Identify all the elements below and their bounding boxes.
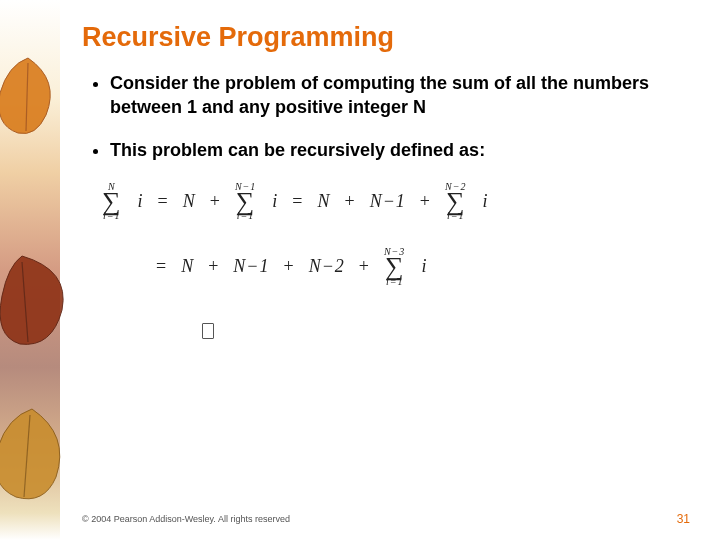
math-var: i (138, 191, 144, 212)
math-plus: + (283, 256, 294, 277)
math-plus: + (210, 191, 221, 212)
math-eq: = (292, 191, 303, 212)
math-row-1: N ∑ i=1 i = N + N−1 ∑ i=1 i = N + N−1 + … (102, 182, 690, 221)
math-var: N−2 (309, 256, 345, 277)
sigma-icon: N ∑ i=1 (102, 182, 122, 221)
bullet-item: This problem can be recursively defined … (110, 138, 690, 162)
math-var: i (482, 191, 488, 212)
math-plus: + (208, 256, 219, 277)
math-var: i (421, 256, 427, 277)
math-row-2: = N + N−1 + N−2 + N−3 ∑ i=1 i (102, 247, 690, 286)
math-var: i (272, 191, 278, 212)
sigma-icon: N−1 ∑ i=1 (235, 182, 256, 221)
math-plus: + (359, 256, 370, 277)
page-number: 31 (677, 512, 690, 526)
math-var: N (317, 191, 330, 212)
math-plus: + (420, 191, 431, 212)
placeholder-glyph-icon (202, 323, 214, 339)
math-eq: = (156, 256, 167, 277)
math-var: N−1 (233, 256, 269, 277)
leaf-icon (0, 405, 77, 515)
slide-title: Recursive Programming (82, 22, 690, 53)
leaf-icon (0, 55, 68, 145)
math-eq: = (158, 191, 169, 212)
bullet-list: Consider the problem of computing the su… (82, 71, 690, 162)
copyright-footer: © 2004 Pearson Addison-Wesley. All right… (82, 514, 290, 524)
leaf-icon (0, 250, 82, 360)
sigma-icon: N−3 ∑ i=1 (384, 247, 405, 286)
bullet-item: Consider the problem of computing the su… (110, 71, 690, 120)
math-plus: + (345, 191, 356, 212)
math-expression: N ∑ i=1 i = N + N−1 ∑ i=1 i = N + N−1 + … (102, 182, 690, 344)
slide-content: Recursive Programming Consider the probl… (82, 22, 690, 510)
math-var: N (183, 191, 196, 212)
sigma-icon: N−2 ∑ i=1 (445, 182, 466, 221)
math-var: N−1 (370, 191, 406, 212)
math-var: N (181, 256, 194, 277)
